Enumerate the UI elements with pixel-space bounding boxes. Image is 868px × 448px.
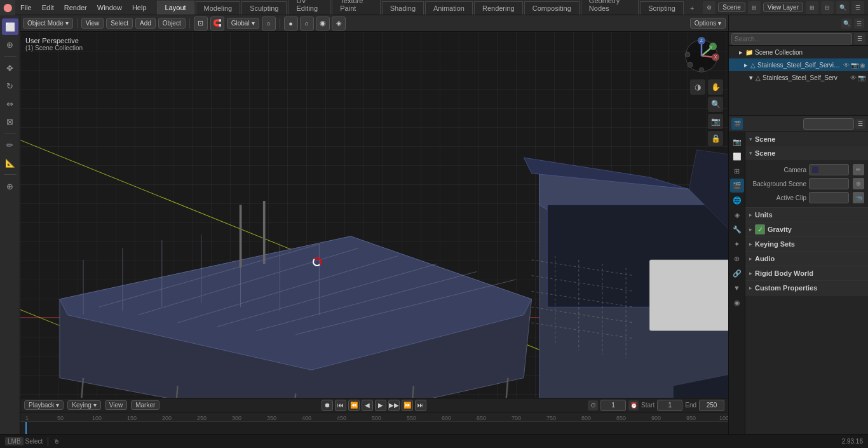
- viewport-shading-solid[interactable]: ●: [284, 17, 298, 31]
- tool-rotate[interactable]: ↻: [2, 78, 18, 94]
- menu-render[interactable]: Render: [59, 0, 92, 15]
- tab-scripting[interactable]: Scripting: [640, 1, 684, 15]
- top-right-icon5[interactable]: 🔍: [836, 1, 849, 14]
- outliner-row-scene-collection[interactable]: ▸ 📁 Scene Collection: [729, 46, 868, 58]
- tab-modeling[interactable]: Modeling: [196, 1, 241, 15]
- menu-help[interactable]: Help: [127, 0, 152, 15]
- select-menu-btn[interactable]: Select: [106, 18, 133, 29]
- tab-animation[interactable]: Animation: [425, 1, 473, 15]
- tab-rendering[interactable]: Rendering: [474, 1, 523, 15]
- tool-select[interactable]: ⬜: [2, 18, 18, 35]
- view-menu[interactable]: View: [105, 400, 128, 410]
- overlay-shading-icon[interactable]: ◑: [690, 79, 705, 95]
- options-btn[interactable]: Options ▾: [690, 18, 726, 29]
- viewport-icon-camera[interactable]: 📷: [708, 114, 723, 129]
- gravity-header[interactable]: ▸ ✓ Gravity: [745, 222, 868, 236]
- view-layer-selector[interactable]: View Layer: [763, 3, 803, 12]
- marker-menu[interactable]: Marker: [131, 400, 159, 410]
- active-clip-field[interactable]: [809, 192, 849, 203]
- menu-window[interactable]: Window: [92, 0, 127, 15]
- camera-field-icon[interactable]: ✏: [853, 164, 864, 175]
- top-right-icon3[interactable]: ⊞: [806, 1, 818, 14]
- tool-transform[interactable]: ⊠: [2, 113, 18, 130]
- tab-layout[interactable]: Layout: [157, 1, 194, 15]
- viewport-shading-wire[interactable]: ○: [300, 17, 314, 31]
- bg-scene-icon[interactable]: ⊕: [853, 178, 864, 189]
- prop-icon-object[interactable]: ◈: [730, 208, 744, 222]
- menu-edit[interactable]: Edit: [37, 0, 59, 15]
- btn-next-frame[interactable]: ▶▶: [388, 400, 400, 411]
- item1-camera[interactable]: 📷: [851, 62, 858, 69]
- outliner-filter-btn[interactable]: ☰: [854, 33, 865, 44]
- tab-geometry-nodes[interactable]: Geometry Nodes: [581, 0, 639, 15]
- prop-icon-modifier[interactable]: 🔧: [730, 222, 744, 236]
- viewport-shading-render[interactable]: ◈: [332, 17, 346, 31]
- tool-cursor[interactable]: ⊕: [2, 36, 18, 53]
- snap-btn[interactable]: 🧲: [210, 17, 224, 31]
- view-menu-btn[interactable]: View: [81, 18, 104, 29]
- item1-visibility[interactable]: 👁: [843, 62, 850, 69]
- btn-next-keyframe[interactable]: ⏩: [402, 400, 413, 411]
- properties-filter[interactable]: ☰: [855, 119, 865, 129]
- prop-icon-constraints[interactable]: 🔗: [730, 266, 744, 280]
- current-frame-field[interactable]: 1: [600, 400, 626, 411]
- tab-uv-editing[interactable]: UV Editing: [288, 0, 330, 15]
- top-right-icon2[interactable]: ⊞: [748, 1, 761, 14]
- prop-icon-output[interactable]: ⬜: [730, 149, 744, 163]
- playback-menu[interactable]: Playback ▾: [24, 400, 64, 410]
- top-right-icon6[interactable]: ☰: [851, 1, 864, 14]
- btn-play[interactable]: ▶: [375, 400, 386, 411]
- camera-field[interactable]: [809, 164, 849, 175]
- viewport-3d[interactable]: User Perspective (1) Scene Collection Y …: [20, 32, 728, 398]
- keying-header[interactable]: ▸ Keying Sets: [745, 237, 868, 251]
- item1-render[interactable]: ◉: [860, 62, 865, 69]
- object-menu-btn[interactable]: Object: [158, 18, 186, 29]
- end-frame-field[interactable]: 250: [699, 400, 724, 411]
- btn-prev-keyframe[interactable]: ⏪: [348, 400, 360, 411]
- tab-compositing[interactable]: Compositing: [524, 1, 580, 15]
- prop-icon-scene[interactable]: 🎬: [730, 179, 744, 193]
- custom-props-header[interactable]: ▸ Custom Properties: [745, 281, 868, 295]
- btn-jump-start[interactable]: ⏮: [335, 400, 346, 411]
- tab-shading[interactable]: Shading: [382, 1, 424, 15]
- outliner-row-item-1[interactable]: ▸ △ Stainless_Steel_Self_Service_1 👁 📷 ◉: [729, 58, 868, 71]
- prop-section-scene-top[interactable]: ▾ Scene: [745, 132, 868, 146]
- prop-icon-material[interactable]: ◉: [730, 295, 744, 309]
- outliner-filter-icon[interactable]: ☰: [854, 18, 864, 29]
- viewport-icon-zoom[interactable]: 🔍: [708, 97, 723, 112]
- proportional-edit-btn[interactable]: ○: [262, 17, 276, 31]
- viewport-icon-pan[interactable]: ✋: [708, 79, 723, 95]
- tab-texture-paint[interactable]: Texture Paint: [332, 0, 380, 15]
- object-mode-btn[interactable]: Object Mode ▾: [23, 18, 73, 29]
- rigid-body-header[interactable]: ▸ Rigid Body World: [745, 266, 868, 280]
- prop-icon-viewlayer[interactable]: ⊞: [730, 164, 744, 178]
- prop-icon-render[interactable]: 📷: [730, 135, 744, 149]
- keying-menu[interactable]: Keying ▾: [67, 400, 100, 410]
- tool-add-primitive[interactable]: ⊕: [2, 178, 18, 194]
- add-menu-btn[interactable]: Add: [135, 18, 156, 29]
- tool-annotate[interactable]: ✏: [2, 137, 18, 153]
- timeline-ruler[interactable]: 1 50 100 150 200 250 300 350 400 450 500…: [20, 412, 728, 434]
- outliner-search-input[interactable]: [731, 33, 852, 44]
- top-right-icon1[interactable]: ⚙: [703, 1, 715, 14]
- tab-sculpting[interactable]: Sculpting: [241, 1, 287, 15]
- transform-orientation-btn[interactable]: Global ▾: [227, 18, 259, 29]
- gravity-checkbox[interactable]: ✓: [755, 224, 765, 234]
- outliner-row-item-2[interactable]: ▾ △ Stainless_Steel_Self_Serv 👁 📷: [729, 71, 868, 84]
- prop-icon-particles[interactable]: ✦: [730, 237, 744, 251]
- viewport-shading-material[interactable]: ◉: [316, 17, 330, 31]
- btn-jump-end[interactable]: ⏭: [415, 400, 426, 411]
- properties-search[interactable]: [803, 118, 854, 130]
- nav-gizmo[interactable]: Y X Z: [682, 37, 721, 75]
- scene-selector[interactable]: Scene: [718, 3, 745, 12]
- scene-sub-header[interactable]: ▾ Scene: [745, 146, 868, 160]
- menu-file[interactable]: File: [15, 0, 37, 15]
- bg-scene-field[interactable]: [809, 178, 849, 189]
- top-right-icon4[interactable]: ⊟: [821, 1, 834, 14]
- tab-add[interactable]: +: [685, 2, 699, 15]
- viewport-icon-lock[interactable]: 🔒: [708, 131, 723, 146]
- active-clip-icon[interactable]: 📹: [853, 192, 864, 203]
- btn-record[interactable]: ⏺: [322, 400, 333, 411]
- audio-header[interactable]: ▸ Audio: [745, 252, 868, 266]
- item2-camera[interactable]: 📷: [858, 74, 865, 81]
